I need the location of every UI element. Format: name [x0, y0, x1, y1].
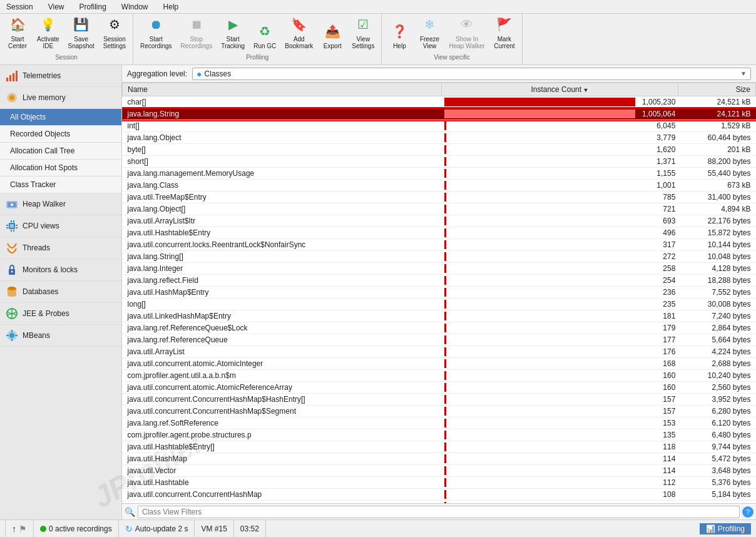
cell-size: 2,864 bytes	[678, 322, 755, 334]
sidebar-item-recorded-objects[interactable]: Recorded Objects	[0, 126, 121, 143]
menu-help[interactable]: Help	[160, 1, 183, 13]
table-row[interactable]: java.util.ArrayList$Itr 693 22,176 bytes	[123, 215, 756, 227]
table-row[interactable]: com.jprofiler.agent.util.a.a.b.n$m 160 1…	[123, 370, 756, 382]
table-row[interactable]: java.util.Vector 114 3,648 bytes	[123, 465, 756, 477]
table-row[interactable]: java.util.concurrent.atomic.AtomicRefere…	[123, 382, 756, 394]
table-row[interactable]: java.util.ArrayList 176 4,224 bytes	[123, 346, 756, 358]
sidebar-item-all-objects[interactable]: All Objects	[0, 109, 121, 126]
col-header-name[interactable]: Name	[123, 83, 442, 96]
table-container[interactable]: Name Instance Count Size char[] 1,005,23…	[122, 83, 756, 503]
start-tracking-button[interactable]: ▶ StartTracking	[218, 13, 248, 51]
table-row[interactable]: java.lang.Class 1,001 673 kB	[123, 180, 756, 192]
table-row[interactable]: java.lang.String 1,005,064 24,121 kB	[123, 108, 756, 120]
table-row[interactable]: java.util.HashMap$Entry 236 7,552 bytes	[123, 287, 756, 299]
menu-session[interactable]: Session	[3, 1, 37, 13]
sidebar-item-allocation-hot-spots[interactable]: Allocation Hot Spots	[0, 160, 121, 176]
start-center-label: Start Center	[8, 36, 27, 49]
freeze-view-button[interactable]: ❄ FreezeView	[416, 13, 443, 51]
sidebar-item-allocation-call-tree-label: Allocation Call Tree	[10, 146, 74, 155]
sidebar-item-live-memory[interactable]: Live memory	[0, 87, 121, 109]
cell-name: java.util.concurrent.locks.ReentrantLock…	[123, 239, 442, 251]
svg-rect-0	[6, 78, 8, 81]
table-row[interactable]: java.lang.ref.ReferenceQueue$Lock 179 2,…	[123, 322, 756, 334]
sidebar-item-telemetries[interactable]: Telemetries	[0, 65, 121, 87]
sidebar-item-allocation-call-tree[interactable]: Allocation Call Tree	[0, 143, 121, 160]
count-bar	[444, 133, 446, 142]
cell-count: 272	[442, 251, 678, 263]
table-row[interactable]: short[] 1,371 88,200 bytes	[123, 156, 756, 168]
table-row[interactable]: byte[] 1,620 201 kB	[123, 144, 756, 156]
save-snapshot-button[interactable]: 💾 Save Snapshot	[65, 13, 98, 51]
sidebar-item-threads[interactable]: Threads	[0, 237, 121, 259]
col-header-size[interactable]: Size	[678, 83, 755, 96]
nav-flag-button[interactable]: ⚑	[19, 524, 27, 534]
cell-name: byte[]	[123, 144, 442, 156]
table-row[interactable]: java.util.TreeMap$Entry 785 31,400 bytes	[123, 192, 756, 203]
mark-current-button[interactable]: 🚩 MarkCurrent	[491, 13, 518, 51]
aggregation-select[interactable]: ● Classes ▼	[192, 68, 751, 80]
table-row[interactable]: com.jprofiler.agent.probe.structures.p 1…	[123, 429, 756, 441]
count-bar-wrap	[444, 98, 636, 106]
toolbar-group-view-specific-label: View specific	[386, 53, 518, 62]
table-row[interactable]: java.util.concurrent.ConcurrentHashMap$H…	[123, 394, 756, 406]
table-row[interactable]: java.util.concurrent.atomic.AtomicIntege…	[123, 358, 756, 370]
start-center-button[interactable]: 🏠 Start Center	[4, 13, 31, 51]
export-button[interactable]: 📤 Export	[319, 19, 346, 51]
count-bar-wrap	[444, 395, 636, 404]
filter-input[interactable]	[138, 506, 740, 518]
filter-help-button[interactable]: ?	[742, 506, 753, 518]
sidebar-item-heap-walker[interactable]: Heap Walker	[0, 193, 121, 215]
sidebar-item-mbeans[interactable]: MBeans	[0, 325, 121, 347]
run-gc-button[interactable]: ♻ Run GC	[250, 19, 279, 51]
status-nav-seg: ↑ ⚑	[5, 520, 34, 537]
count-bar-wrap	[444, 240, 636, 249]
svg-rect-2	[13, 73, 14, 81]
start-recordings-button[interactable]: ⏺ StartRecordings	[137, 13, 175, 51]
cell-size: 30,008 bytes	[678, 299, 755, 310]
show-in-heap-walker-button[interactable]: 👁 Show InHeap Walker	[446, 13, 488, 51]
table-row[interactable]: java.lang.String[] 272 10,048 bytes	[123, 251, 756, 263]
session-settings-button[interactable]: ⚙ Session Settings	[100, 13, 129, 51]
table-row[interactable]: java.util.concurrent.ConcurrentHashMap$S…	[123, 406, 756, 417]
svg-rect-17	[6, 227, 8, 228]
view-settings-button[interactable]: ☑ ViewSettings	[349, 13, 377, 51]
profiling-badge[interactable]: 📊 Profiling	[700, 523, 751, 534]
add-bookmark-button[interactable]: 🔖 AddBookmark	[282, 13, 316, 51]
table-row[interactable]: java.lang.Object[] 721 4,894 kB	[123, 203, 756, 215]
sidebar-item-jee-probes[interactable]: JEE & Probes	[0, 303, 121, 325]
col-header-count[interactable]: Instance Count	[442, 83, 678, 96]
sidebar-item-cpu-views[interactable]: CPU views	[0, 215, 121, 237]
count-bar	[444, 121, 446, 130]
table-row[interactable]: java.util.HashMap 114 5,472 bytes	[123, 453, 756, 465]
activate-ide-button[interactable]: 💡 Activate IDE	[34, 13, 63, 51]
table-row[interactable]: java.lang.ref.ReferenceQueue 177 5,664 b…	[123, 334, 756, 346]
table-row[interactable]: java.util.concurrent.ConcurrentHashMap 1…	[123, 489, 756, 501]
menu-view[interactable]: View	[44, 1, 68, 13]
table-row[interactable]: java.lang.management.MemoryUsage 1,155 5…	[123, 168, 756, 180]
nav-up-button[interactable]: ↑	[12, 524, 16, 534]
table-row[interactable]: java.util.concurrent.locks.ReentrantLock…	[123, 239, 756, 251]
menu-profiling[interactable]: Profiling	[76, 1, 110, 13]
table-row[interactable]: java.lang.Integer 258 4,128 bytes	[123, 263, 756, 275]
sidebar-item-databases[interactable]: Databases	[0, 281, 121, 303]
help-button[interactable]: ❓ Help	[386, 19, 413, 51]
sidebar-item-class-tracker[interactable]: Class Tracker	[0, 176, 121, 193]
table-row[interactable]: int[] 6,045 1,529 kB	[123, 120, 756, 132]
table-row[interactable]: long[] 235 30,008 bytes	[123, 299, 756, 310]
menu-window[interactable]: Window	[118, 1, 152, 13]
cell-name: java.util.concurrent.ConcurrentHashMap$H…	[123, 394, 442, 406]
table-row[interactable]: java.lang.ref.SoftReference 153 6,120 by…	[123, 417, 756, 429]
table-row[interactable]: java.lang.Object 3,779 60,464 bytes	[123, 132, 756, 144]
status-autoupdate-text: Auto-update 2 s	[135, 524, 188, 533]
table-row[interactable]: java.util.Hashtable$Entry 496 15,872 byt…	[123, 227, 756, 239]
filter-bar: 🔍 ?	[122, 503, 756, 519]
table-row[interactable]: java.util.Hashtable 112 5,376 bytes	[123, 477, 756, 489]
table-row[interactable]: java.util.LinkedHashMap$Entry 181 7,240 …	[123, 310, 756, 322]
cell-count: 236	[442, 287, 678, 299]
table-row[interactable]: java.util.Hashtable$Entry[] 118 9,744 by…	[123, 441, 756, 453]
table-row[interactable]: char[] 1,005,230 24,521 kB	[123, 96, 756, 108]
table-row[interactable]: java.lang.reflect.Field 254 18,288 bytes	[123, 275, 756, 287]
stop-recordings-button[interactable]: ⏹ StopRecordings	[178, 13, 216, 51]
run-gc-icon: ♻	[255, 21, 275, 41]
sidebar-item-monitors-locks[interactable]: Monitors & locks	[0, 259, 121, 281]
